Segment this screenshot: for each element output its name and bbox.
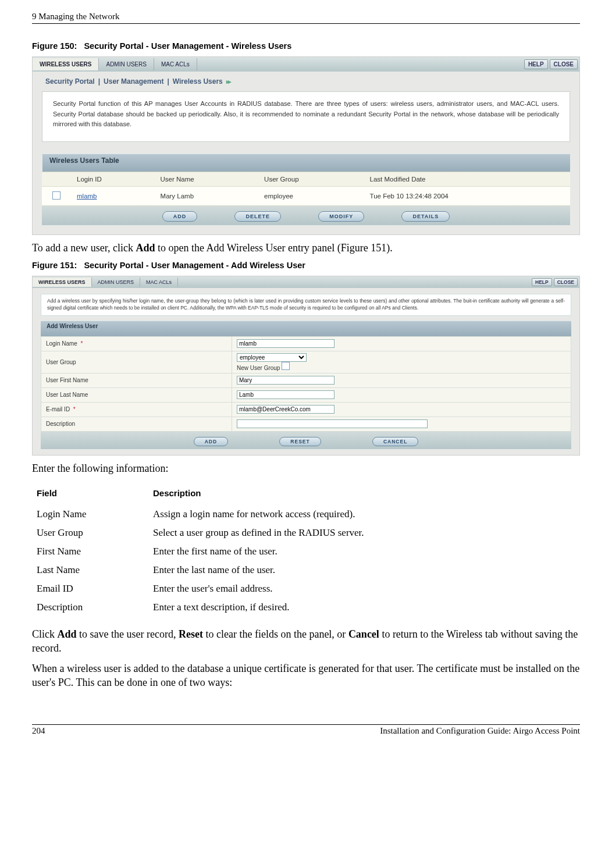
col-login-id: Login ID: [71, 172, 155, 186]
page-number: 204: [32, 726, 45, 736]
tab-admin-users[interactable]: ADMIN USERS: [99, 58, 154, 70]
user-group-select[interactable]: employee: [237, 353, 307, 362]
add-user-form: Login Name * User Group employee New Use…: [41, 336, 571, 432]
table-row: Last NameEnter the last name of the user…: [37, 561, 557, 579]
page-header: 9 Managing the Network: [32, 12, 580, 24]
wireless-users-table-header: Wireless Users Table: [42, 154, 570, 172]
help-button-2[interactable]: HELP: [532, 278, 552, 286]
paragraph-enter-info: Enter the following information:: [32, 461, 580, 475]
figure-150-screenshot: WIRELESS USERS ADMIN USERS MAC ACLs HELP…: [32, 56, 580, 235]
description-label: Description: [41, 417, 232, 431]
last-name-label: User Last Name: [41, 387, 232, 402]
close-button[interactable]: CLOSE: [550, 59, 578, 69]
cancel-button[interactable]: CANCEL: [372, 437, 418, 446]
col-user-name: User Name: [155, 172, 259, 186]
row-checkbox[interactable]: [52, 191, 61, 200]
tab-wireless-users[interactable]: WIRELESS USERS: [33, 58, 99, 70]
info-box-2: Add a wireless user by specifying his/he…: [41, 294, 571, 316]
breadcrumb: Security Portal | User Management | Wire…: [33, 72, 579, 91]
paragraph-add-user: To add a new user, click Add to open the…: [32, 241, 580, 255]
description-input[interactable]: [237, 419, 428, 428]
required-asterisk-icon: *: [80, 340, 83, 347]
col-field: Field: [37, 485, 153, 505]
header-chapter: 9 Managing the Network: [32, 12, 119, 22]
paragraph-save-user: Click Add to save the user record, Reset…: [32, 627, 580, 656]
cell-date: Tue Feb 10 13:24:48 2004: [364, 186, 570, 205]
figure-151-screenshot: WIRELESS USERS ADMIN USERS MAC ACLs HELP…: [32, 276, 580, 456]
wireless-users-table: Login ID User Name User Group Last Modif…: [42, 172, 570, 206]
button-row: ADD DELETE MODIFY DETAILS: [42, 206, 570, 225]
tab-bar-2: WIRELESS USERS ADMIN USERS MAC ACLs HELP…: [33, 276, 579, 288]
breadcrumb-seg3: Wireless Users: [173, 77, 223, 86]
table-row: First NameEnter the first name of the us…: [37, 542, 557, 561]
field-description-table: Field Description Login NameAssign a log…: [37, 485, 557, 617]
table-row: Email IDEnter the user's email address.: [37, 579, 557, 598]
add-wireless-user-header: Add Wireless User: [41, 321, 571, 336]
paragraph-certificate: When a wireless user is added to the dat…: [32, 661, 580, 690]
breadcrumb-arrow-icon: ▸▸: [226, 78, 230, 86]
delete-button[interactable]: DELETE: [234, 211, 281, 222]
col-user-group: User Group: [258, 172, 364, 186]
table-row: Login NameAssign a login name for networ…: [37, 505, 557, 524]
info-box: Security Portal function of this AP mana…: [42, 91, 570, 142]
login-name-input[interactable]: [237, 339, 335, 348]
figure-150-caption: Figure 150: Security Portal - User Manag…: [32, 41, 580, 51]
tab-bar: WIRELESS USERS ADMIN USERS MAC ACLs HELP…: [33, 57, 579, 72]
table-row: User GroupSelect a user group as defined…: [37, 524, 557, 542]
modify-button[interactable]: MODIFY: [318, 211, 364, 222]
email-input[interactable]: [237, 405, 335, 414]
breadcrumb-seg2: User Management: [104, 77, 163, 86]
add-button[interactable]: ADD: [162, 211, 198, 222]
add-button-2[interactable]: ADD: [194, 437, 228, 446]
tab-mac-acls[interactable]: MAC ACLs: [154, 58, 197, 70]
close-button-2[interactable]: CLOSE: [554, 278, 578, 286]
user-group-label: User Group: [41, 351, 232, 373]
details-button[interactable]: DETAILS: [401, 211, 450, 222]
breadcrumb-seg1: Security Portal: [45, 77, 95, 86]
tab-mac-acls-2[interactable]: MAC ACLs: [140, 278, 178, 287]
reset-button[interactable]: RESET: [279, 437, 321, 446]
tab-admin-users-2[interactable]: ADMIN USERS: [92, 278, 141, 287]
col-description: Description: [153, 485, 557, 505]
help-button[interactable]: HELP: [524, 59, 548, 69]
cell-username: Mary Lamb: [155, 186, 259, 205]
table-row: mlamb Mary Lamb employee Tue Feb 10 13:2…: [42, 186, 570, 205]
figure-151-caption: Figure 151: Security Portal - User Manag…: [32, 261, 580, 270]
login-id-link[interactable]: mlamb: [77, 193, 97, 200]
button-row-2: ADD RESET CANCEL: [41, 432, 571, 449]
new-user-group-checkbox[interactable]: [282, 362, 290, 370]
table-row: DescriptionEnter a text description, if …: [37, 598, 557, 617]
cell-usergroup: employee: [258, 186, 364, 205]
first-name-input[interactable]: [237, 376, 335, 385]
last-name-input[interactable]: [237, 390, 335, 399]
page-footer: 204 Installation and Configuration Guide…: [32, 724, 580, 736]
new-user-group-label: New User Group: [237, 365, 280, 371]
col-last-modified: Last Modified Date: [364, 172, 570, 186]
required-asterisk-icon: *: [73, 406, 76, 412]
login-name-label: Login Name: [46, 340, 77, 347]
tab-wireless-users-2[interactable]: WIRELESS USERS: [33, 278, 92, 287]
footer-title: Installation and Configuration Guide: Ai…: [380, 726, 580, 736]
first-name-label: User First Name: [41, 373, 232, 387]
email-label: E-mail ID: [46, 406, 70, 412]
